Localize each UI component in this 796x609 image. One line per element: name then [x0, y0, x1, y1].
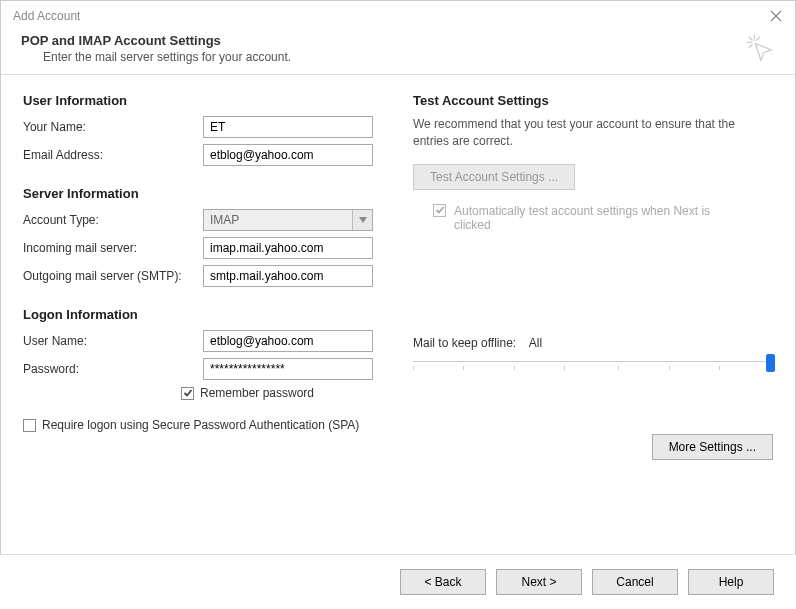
page-title: POP and IMAP Account Settings	[21, 33, 291, 48]
svg-marker-7	[359, 217, 367, 223]
more-settings-button[interactable]: More Settings ...	[652, 434, 773, 460]
svg-line-6	[749, 44, 753, 48]
remember-password-checkbox[interactable]	[181, 387, 194, 400]
user-info-heading: User Information	[23, 93, 383, 108]
username-input[interactable]	[203, 330, 373, 352]
slider-thumb[interactable]	[766, 354, 775, 372]
test-settings-description: We recommend that you test your account …	[413, 116, 773, 150]
mail-offline-slider[interactable]	[413, 354, 773, 374]
cursor-click-icon	[745, 33, 775, 63]
spa-checkbox[interactable]	[23, 419, 36, 432]
next-button[interactable]: Next >	[496, 569, 582, 595]
logon-info-heading: Logon Information	[23, 307, 383, 322]
auto-test-checkbox	[433, 204, 446, 217]
mail-offline-value: All	[529, 336, 542, 350]
mail-offline-label: Mail to keep offline:	[413, 336, 516, 350]
test-settings-heading: Test Account Settings	[413, 93, 773, 108]
chevron-down-icon	[352, 210, 372, 230]
email-input[interactable]	[203, 144, 373, 166]
account-type-value	[203, 209, 373, 231]
svg-line-4	[749, 37, 753, 41]
back-button[interactable]: < Back	[400, 569, 486, 595]
spa-label: Require logon using Secure Password Auth…	[42, 418, 359, 432]
password-label: Password:	[23, 362, 203, 376]
email-label: Email Address:	[23, 148, 203, 162]
incoming-server-input[interactable]	[203, 237, 373, 259]
server-info-heading: Server Information	[23, 186, 383, 201]
your-name-input[interactable]	[203, 116, 373, 138]
outgoing-server-input[interactable]	[203, 265, 373, 287]
incoming-server-label: Incoming mail server:	[23, 241, 203, 255]
password-input[interactable]	[203, 358, 373, 380]
cancel-button[interactable]: Cancel	[592, 569, 678, 595]
auto-test-label: Automatically test account settings when…	[454, 204, 714, 232]
page-subtitle: Enter the mail server settings for your …	[43, 50, 291, 64]
account-type-label: Account Type:	[23, 213, 203, 227]
account-type-select	[203, 209, 373, 231]
svg-line-5	[756, 37, 760, 41]
window-title: Add Account	[13, 9, 80, 23]
username-label: User Name:	[23, 334, 203, 348]
your-name-label: Your Name:	[23, 120, 203, 134]
help-button[interactable]: Help	[688, 569, 774, 595]
test-account-settings-button[interactable]: Test Account Settings ...	[413, 164, 575, 190]
remember-password-label: Remember password	[200, 386, 314, 400]
close-icon[interactable]	[769, 9, 783, 23]
outgoing-server-label: Outgoing mail server (SMTP):	[23, 269, 203, 283]
